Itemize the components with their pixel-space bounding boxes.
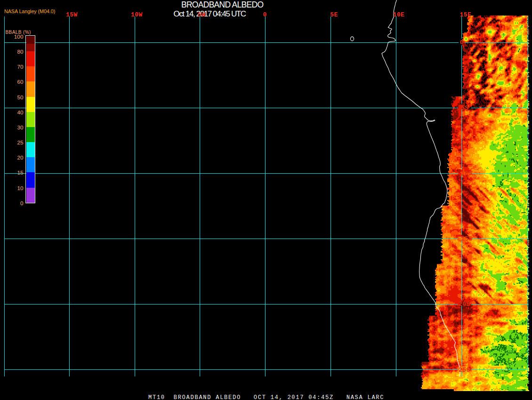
- svg-text:25: 25: [17, 139, 24, 146]
- svg-text:15W: 15W: [66, 11, 78, 18]
- svg-text:10: 10: [17, 185, 24, 192]
- svg-text:5S: 5S: [461, 104, 468, 112]
- svg-text:60: 60: [17, 79, 24, 85]
- svg-text:0: 0: [460, 39, 464, 46]
- svg-text:BROADBAND ALBEDO: BROADBAND ALBEDO: [181, 0, 264, 9]
- svg-text:15S: 15S: [461, 235, 473, 242]
- svg-text:NASA Langley (M04.0): NASA Langley (M04.0): [4, 8, 55, 14]
- svg-text:15E: 15E: [460, 11, 472, 18]
- svg-text:100: 100: [14, 33, 24, 40]
- svg-text:15: 15: [17, 169, 24, 176]
- svg-text:20: 20: [17, 154, 24, 161]
- svg-text:30: 30: [17, 124, 24, 131]
- svg-text:0: 0: [20, 200, 24, 207]
- svg-text:10E: 10E: [393, 11, 405, 18]
- svg-text:10W: 10W: [131, 11, 143, 18]
- svg-text:50: 50: [17, 94, 24, 101]
- svg-text:70: 70: [17, 64, 24, 70]
- svg-text:5E: 5E: [330, 11, 338, 18]
- svg-text:Oct 14, 2017 04:45 UTC: Oct 14, 2017 04:45 UTC: [173, 9, 246, 18]
- svg-text:MT10 BROADBAND ALBEDO OCT 1: MT10 BROADBAND ALBEDO OCT 14, 2017 04:45…: [148, 394, 384, 400]
- svg-text:80: 80: [17, 48, 24, 55]
- svg-text:25S: 25S: [459, 367, 470, 374]
- svg-text:0: 0: [263, 11, 266, 18]
- svg-text:5W: 5W: [198, 11, 205, 18]
- svg-text:20S: 20S: [459, 301, 470, 308]
- svg-text:40: 40: [17, 109, 24, 116]
- svg-text:10S: 10S: [461, 170, 473, 177]
